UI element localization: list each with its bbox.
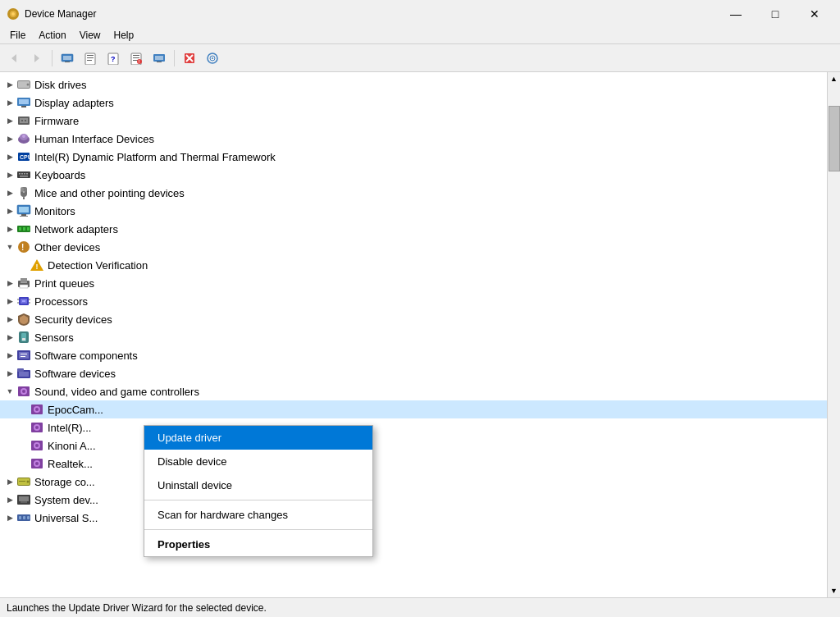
scroll-thumb[interactable] xyxy=(829,106,840,171)
tree-item-display-adapters[interactable]: ▶ Display adapters xyxy=(0,94,827,112)
svg-point-105 xyxy=(27,481,30,483)
tree-item-storage-controllers[interactable]: ▶ Storage co... xyxy=(0,473,827,491)
toggle-network-adapters[interactable]: ▶ xyxy=(3,222,16,235)
toggle-disk-drives[interactable]: ▶ xyxy=(3,78,16,91)
tree-item-epoccam[interactable]: EpocCam... xyxy=(0,400,827,418)
scroll-down-arrow[interactable]: ▼ xyxy=(828,584,841,597)
properties-button[interactable]: ! xyxy=(126,48,147,68)
tree-item-monitors[interactable]: ▶ Monitors xyxy=(0,202,827,220)
ctx-properties[interactable]: Properties xyxy=(144,532,372,556)
svg-point-41 xyxy=(22,135,25,138)
ctx-separator-2 xyxy=(144,529,372,530)
tree-item-kinoni[interactable]: Kinoni A... xyxy=(0,436,827,455)
scrollbar[interactable]: ▲ ▼ xyxy=(827,72,840,597)
main-area: ▶ Disk drives ▶ Display adapters ▶ Firmw… xyxy=(0,72,840,597)
svg-text:!: ! xyxy=(21,243,24,252)
label-keyboards: Keyboards xyxy=(34,169,85,181)
toggle-firmware[interactable]: ▶ xyxy=(3,114,16,127)
svg-rect-111 xyxy=(19,516,21,519)
menu-help[interactable]: Help xyxy=(107,28,141,43)
window-title: Device Manager xyxy=(25,8,96,20)
menu-file[interactable]: File xyxy=(3,28,32,43)
ctx-scan-hardware[interactable]: Scan for hardware changes xyxy=(144,503,372,527)
scroll-track[interactable] xyxy=(829,85,840,584)
tree-item-security-devices[interactable]: ▶ Security devices xyxy=(0,310,827,328)
svg-point-96 xyxy=(35,426,39,429)
tree-item-print-queues[interactable]: ▶ Print queues xyxy=(0,274,827,292)
toggle-system-devices[interactable]: ▶ xyxy=(3,493,16,506)
toggle-monitors[interactable]: ▶ xyxy=(3,204,16,217)
tree-item-universal-serial[interactable]: ▶ Universal S... xyxy=(0,509,827,527)
close-button[interactable]: ✕ xyxy=(796,2,833,25)
forward-button[interactable] xyxy=(26,48,48,68)
toggle-human-interface[interactable]: ▶ xyxy=(3,132,16,145)
tree-item-system-devices[interactable]: ▶ System dev... xyxy=(0,491,827,509)
toggle-detection-verification xyxy=(16,258,30,272)
svg-rect-44 xyxy=(17,171,30,178)
scroll-up-arrow[interactable]: ▲ xyxy=(828,72,841,85)
toggle-other-devices[interactable]: ▼ xyxy=(3,240,16,254)
svg-text:?: ? xyxy=(111,55,116,63)
tree-item-firmware[interactable]: ▶ Firmware xyxy=(0,112,827,130)
tree-item-sensors[interactable]: ▶ Sensors xyxy=(0,328,827,346)
show-hidden-button[interactable] xyxy=(80,48,101,68)
tree-item-software-devices[interactable]: ▶ Software devices xyxy=(0,364,827,382)
help-button[interactable]: ? xyxy=(103,48,124,68)
tree-item-software-components[interactable]: ▶ Software components xyxy=(0,346,827,364)
menu-view[interactable]: View xyxy=(73,28,107,43)
device-manager-button[interactable] xyxy=(57,48,78,68)
app-icon xyxy=(7,7,20,21)
svg-rect-34 xyxy=(21,106,26,107)
tree-item-processors[interactable]: ▶ Processors xyxy=(0,292,827,310)
tree-item-intel-thermal[interactable]: ▶ CPU Intel(R) Dynamic Platform and Ther… xyxy=(0,148,827,166)
tree-item-other-devices[interactable]: ▼ ! Other devices xyxy=(0,238,827,256)
minimize-button[interactable]: — xyxy=(717,2,755,25)
tree-item-mice[interactable]: ▶ Mice and other pointing devices xyxy=(0,184,827,202)
label-epoccam: EpocCam... xyxy=(48,404,103,416)
tree-item-detection-verification[interactable]: ! Detection Verification xyxy=(0,256,827,274)
svg-rect-46 xyxy=(21,173,23,175)
device-list[interactable]: ▶ Disk drives ▶ Display adapters ▶ Firmw… xyxy=(0,72,827,597)
toggle-display-adapters[interactable]: ▶ xyxy=(3,96,16,109)
toggle-software-devices[interactable]: ▶ xyxy=(3,367,16,380)
toggle-mice[interactable]: ▶ xyxy=(3,186,16,199)
toggle-software-components[interactable]: ▶ xyxy=(3,349,16,362)
icon-keyboards xyxy=(16,167,31,182)
ctx-update-driver[interactable]: Update driver xyxy=(144,426,372,450)
toggle-universal-serial[interactable]: ▶ xyxy=(3,511,16,524)
svg-rect-61 xyxy=(23,227,25,231)
svg-point-2 xyxy=(11,12,15,16)
label-print-queues: Print queues xyxy=(34,277,94,290)
uninstall-button[interactable] xyxy=(179,48,200,68)
tree-item-keyboards[interactable]: ▶ Keyboards xyxy=(0,166,827,184)
svg-rect-22 xyxy=(157,62,162,62)
toggle-intel-thermal[interactable]: ▶ xyxy=(3,150,16,163)
ctx-disable-device[interactable]: Disable device xyxy=(144,450,372,473)
tree-item-intel-audio[interactable]: Intel(R)... xyxy=(0,418,827,436)
tree-item-network-adapters[interactable]: ▶ Network adapters xyxy=(0,220,827,238)
maximize-button[interactable]: □ xyxy=(756,2,794,25)
tree-item-human-interface[interactable]: ▶ Human Interface Devices xyxy=(0,130,827,148)
svg-rect-51 xyxy=(21,187,24,192)
svg-rect-62 xyxy=(27,227,30,231)
label-firmware: Firmware xyxy=(34,115,79,127)
menu-action[interactable]: Action xyxy=(32,28,72,43)
toggle-processors[interactable]: ▶ xyxy=(3,295,16,308)
tree-item-sound-video[interactable]: ▼ Sound, video and game controllers xyxy=(0,382,827,400)
ctx-uninstall-device[interactable]: Uninstall device xyxy=(144,473,372,497)
toggle-keyboards[interactable]: ▶ xyxy=(3,168,16,181)
toggle-security-devices[interactable]: ▶ xyxy=(3,313,16,326)
scan-button[interactable] xyxy=(202,48,223,68)
label-disk-drives: Disk drives xyxy=(34,79,87,91)
toggle-sound-video[interactable]: ▼ xyxy=(3,385,16,398)
tree-item-realtek[interactable]: Realtek... xyxy=(0,455,827,473)
tree-item-disk-drives[interactable]: ▶ Disk drives xyxy=(0,75,827,94)
computer-button[interactable] xyxy=(148,48,170,68)
back-button[interactable] xyxy=(3,48,25,68)
label-network-adapters: Network adapters xyxy=(34,223,118,235)
label-monitors: Monitors xyxy=(34,205,75,217)
title-bar-controls: — □ ✕ xyxy=(717,2,833,25)
toggle-storage-controllers[interactable]: ▶ xyxy=(3,475,16,488)
toggle-print-queues[interactable]: ▶ xyxy=(3,277,16,290)
toggle-sensors[interactable]: ▶ xyxy=(3,331,16,344)
